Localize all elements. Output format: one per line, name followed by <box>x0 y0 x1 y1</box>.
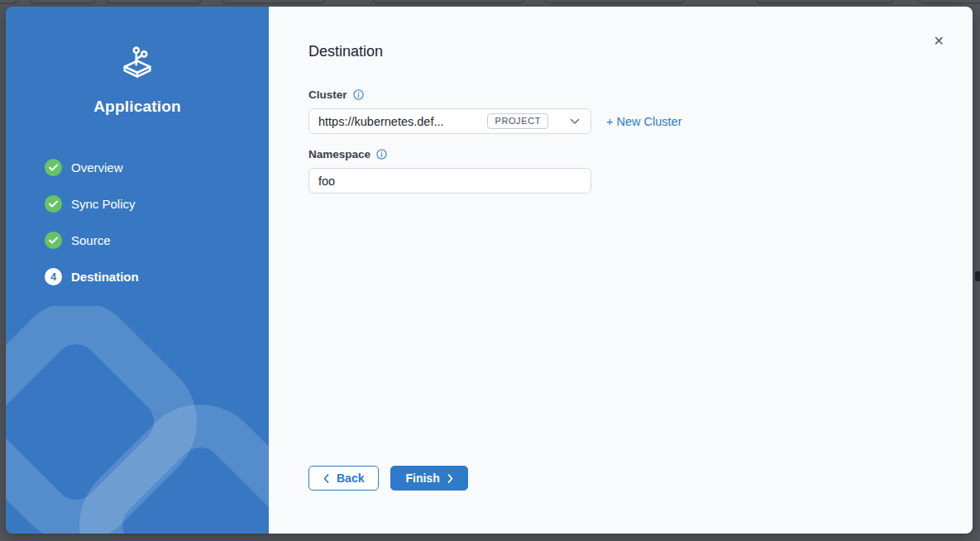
namespace-label: Namespace <box>308 148 370 160</box>
cluster-select[interactable]: https://kubernetes.def... PROJECT <box>308 108 591 134</box>
step-complete-check-icon <box>45 195 62 213</box>
application-wizard-panel: Application Overview Sync Policy <box>6 7 973 534</box>
step-label: Overview <box>71 160 123 175</box>
background-field-outline <box>372 0 525 4</box>
step-destination[interactable]: 4 Destination <box>45 258 269 294</box>
finish-button[interactable]: Finish <box>390 466 467 491</box>
background-field-outline <box>29 0 97 4</box>
application-icon <box>121 45 154 81</box>
destination-form-panel: ✕ Destination Cluster https://kubernetes… <box>269 7 973 534</box>
namespace-field-group: Namespace <box>308 148 933 194</box>
argo-watermark-logo <box>6 306 269 534</box>
wizard-title: Application <box>6 98 269 116</box>
background-field-outline <box>221 0 327 4</box>
wizard-sidebar: Application Overview Sync Policy <box>6 7 269 534</box>
step-number-badge: 4 <box>45 268 62 285</box>
page-title: Destination <box>308 43 933 60</box>
step-complete-check-icon <box>45 232 62 249</box>
background-field-outline <box>543 0 686 4</box>
step-sync-policy[interactable]: Sync Policy <box>45 185 269 222</box>
background-field-outline <box>0 0 18 4</box>
chevron-down-icon <box>570 118 580 125</box>
step-label: Sync Policy <box>71 197 136 211</box>
finish-button-label: Finish <box>405 472 439 485</box>
step-label: Source <box>71 233 111 247</box>
wizard-footer: Back Finish <box>308 466 933 500</box>
step-label: Destination <box>71 270 139 284</box>
back-chevron-icon <box>323 474 329 483</box>
background-scrollbar-notch <box>975 271 980 281</box>
info-icon[interactable] <box>376 149 387 160</box>
forward-chevron-icon <box>447 474 453 483</box>
namespace-input[interactable] <box>308 168 591 194</box>
project-badge: PROJECT <box>487 113 548 129</box>
info-icon[interactable] <box>353 89 364 100</box>
cluster-field: Cluster https://kubernetes.def... PROJEC… <box>308 89 933 134</box>
cluster-select-value: https://kubernetes.def... <box>318 115 487 128</box>
step-source[interactable]: Source <box>45 222 269 258</box>
close-button[interactable]: ✕ <box>930 31 948 51</box>
back-button[interactable]: Back <box>308 466 379 491</box>
step-overview[interactable]: Overview <box>45 149 269 185</box>
step-complete-check-icon <box>45 159 62 176</box>
new-cluster-link[interactable]: + New Cluster <box>606 115 681 128</box>
background-field-outline <box>918 0 980 4</box>
background-field-outline <box>755 0 895 4</box>
wizard-steps: Overview Sync Policy Source 4 Destin <box>6 149 269 294</box>
cluster-label: Cluster <box>308 89 347 101</box>
background-field-outline <box>105 0 203 4</box>
back-button-label: Back <box>337 472 364 485</box>
